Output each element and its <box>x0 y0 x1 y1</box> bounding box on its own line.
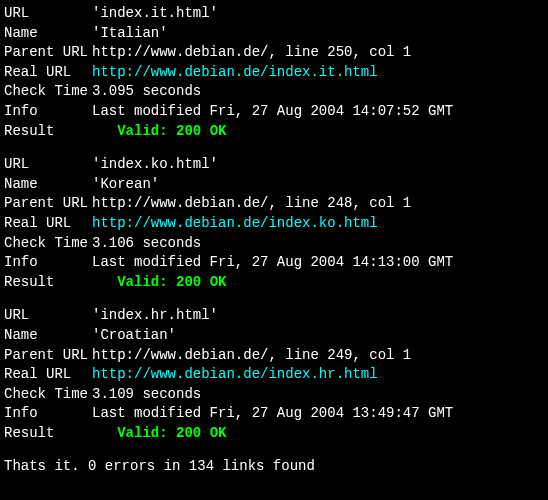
field-value: 'index.hr.html' <box>92 306 218 326</box>
field-label: Name <box>4 24 92 44</box>
field-label: Real URL <box>4 365 92 385</box>
field-label: Result <box>4 424 92 444</box>
output-row: Result Valid: 200 OK <box>4 273 544 293</box>
output-row: InfoLast modified Fri, 27 Aug 2004 14:07… <box>4 102 544 122</box>
field-value: http://www.debian.de/, line 248, col 1 <box>92 194 411 214</box>
field-value: Last modified Fri, 27 Aug 2004 14:07:52 … <box>92 102 453 122</box>
output-row: Result Valid: 200 OK <box>4 424 544 444</box>
terminal-output: URL'index.it.html'Name'Italian'Parent UR… <box>4 4 544 477</box>
field-value: 'index.ko.html' <box>92 155 218 175</box>
field-value: Last modified Fri, 27 Aug 2004 13:49:47 … <box>92 404 453 424</box>
output-row: Check Time3.106 seconds <box>4 234 544 254</box>
output-row: Result Valid: 200 OK <box>4 122 544 142</box>
field-value: 'Italian' <box>92 24 168 44</box>
summary-line: Thats it. 0 errors in 134 links found <box>4 457 544 477</box>
output-row: URL'index.ko.html' <box>4 155 544 175</box>
field-label: URL <box>4 155 92 175</box>
field-value: 'index.it.html' <box>92 4 218 24</box>
field-value: 3.106 seconds <box>92 234 201 254</box>
output-row: URL'index.hr.html' <box>4 306 544 326</box>
output-row: Parent URLhttp://www.debian.de/, line 25… <box>4 43 544 63</box>
field-label: Check Time <box>4 385 92 405</box>
result-status: Valid: 200 OK <box>117 273 226 293</box>
field-label: URL <box>4 4 92 24</box>
field-label: Result <box>4 273 92 293</box>
field-value: http://www.debian.de/index.hr.html <box>92 365 378 385</box>
result-status: Valid: 200 OK <box>117 424 226 444</box>
output-row: Real URLhttp://www.debian.de/index.hr.ht… <box>4 365 544 385</box>
output-row: Real URLhttp://www.debian.de/index.it.ht… <box>4 63 544 83</box>
field-label: Result <box>4 122 92 142</box>
field-value: Last modified Fri, 27 Aug 2004 14:13:00 … <box>92 253 453 273</box>
output-row: Check Time3.109 seconds <box>4 385 544 405</box>
output-row: Parent URLhttp://www.debian.de/, line 24… <box>4 194 544 214</box>
field-label: Parent URL <box>4 43 92 63</box>
field-label: Check Time <box>4 82 92 102</box>
field-label: Name <box>4 326 92 346</box>
field-value: http://www.debian.de/index.it.html <box>92 63 378 83</box>
output-row: Name'Korean' <box>4 175 544 195</box>
output-row: Name'Croatian' <box>4 326 544 346</box>
output-row: Parent URLhttp://www.debian.de/, line 24… <box>4 346 544 366</box>
result-status: Valid: 200 OK <box>117 122 226 142</box>
field-value: 'Croatian' <box>92 326 176 346</box>
field-value: 3.095 seconds <box>92 82 201 102</box>
field-label: Real URL <box>4 63 92 83</box>
link-check-entry: URL'index.it.html'Name'Italian'Parent UR… <box>4 4 544 141</box>
output-row: InfoLast modified Fri, 27 Aug 2004 14:13… <box>4 253 544 273</box>
field-value: 'Korean' <box>92 175 159 195</box>
output-row: Real URLhttp://www.debian.de/index.ko.ht… <box>4 214 544 234</box>
field-value: http://www.debian.de/, line 250, col 1 <box>92 43 411 63</box>
field-label: Info <box>4 102 92 122</box>
output-row: URL'index.it.html' <box>4 4 544 24</box>
field-label: Info <box>4 404 92 424</box>
field-label: Name <box>4 175 92 195</box>
field-value: http://www.debian.de/, line 249, col 1 <box>92 346 411 366</box>
field-label: Parent URL <box>4 346 92 366</box>
field-value: http://www.debian.de/index.ko.html <box>92 214 378 234</box>
field-label: Parent URL <box>4 194 92 214</box>
field-label: Real URL <box>4 214 92 234</box>
output-row: Name'Italian' <box>4 24 544 44</box>
field-label: Info <box>4 253 92 273</box>
field-label: URL <box>4 306 92 326</box>
link-check-entry: URL'index.ko.html'Name'Korean'Parent URL… <box>4 155 544 292</box>
output-row: Check Time3.095 seconds <box>4 82 544 102</box>
field-label: Check Time <box>4 234 92 254</box>
field-value: 3.109 seconds <box>92 385 201 405</box>
output-row: InfoLast modified Fri, 27 Aug 2004 13:49… <box>4 404 544 424</box>
link-check-entry: URL'index.hr.html'Name'Croatian'Parent U… <box>4 306 544 443</box>
